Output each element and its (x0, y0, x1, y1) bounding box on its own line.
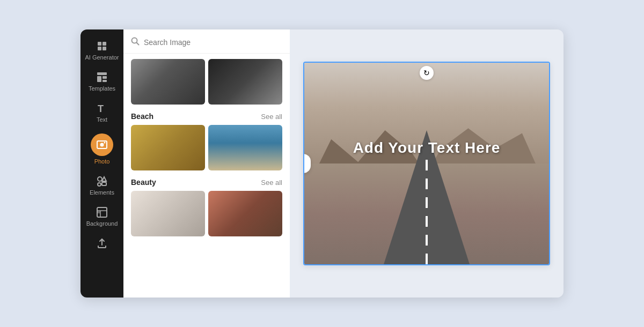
canvas-panel[interactable]: Add Your Text Here ↻ ‹ (303, 62, 550, 265)
see-all-beauty[interactable]: See all (261, 179, 282, 187)
svg-line-21 (137, 43, 139, 45)
section-title-beauty: Beauty (131, 178, 156, 187)
section-title-beach: Beach (131, 112, 153, 121)
sidebar-item-elements[interactable]: Elements (83, 170, 121, 201)
background-icon (96, 206, 108, 218)
sidebar-item-background[interactable]: Background (83, 201, 121, 232)
sidebar-item-label: Templates (89, 85, 115, 92)
svg-point-15 (98, 183, 101, 186)
text-icon: T (96, 102, 108, 114)
svg-rect-1 (103, 42, 106, 46)
photo-icon-circle (91, 133, 113, 156)
see-all-beach[interactable]: See all (261, 113, 282, 121)
svg-rect-7 (103, 80, 107, 82)
search-input[interactable] (144, 38, 282, 47)
svg-rect-6 (103, 76, 107, 79)
sidebar-item-label: Photo (94, 158, 110, 165)
sidebar: AI Generator Templates T Text (80, 29, 123, 298)
road-scene (304, 63, 549, 264)
search-bar (123, 29, 290, 54)
sidebar-item-photo[interactable]: Photo (83, 128, 121, 170)
upload-icon (96, 237, 108, 249)
panel-scroll: Beach See all Beauty See all (123, 54, 290, 298)
photo-thumb-beach-blue[interactable] (208, 125, 282, 170)
road-center-line (426, 157, 428, 264)
rotate-handle[interactable]: ↻ (420, 66, 434, 80)
sidebar-item-upload[interactable] (83, 232, 121, 255)
sidebar-item-label: Text (97, 116, 107, 123)
photo-thumb-beach-sand[interactable] (131, 125, 205, 170)
photo-thumb-flower[interactable] (131, 191, 205, 236)
rotate-icon: ↻ (423, 69, 430, 77)
photo-grid-love (131, 59, 282, 105)
search-icon (131, 37, 140, 48)
section-header-beauty: Beauty See all (131, 178, 282, 187)
sidebar-item-label: Background (86, 220, 118, 227)
photo-panel: Beach See all Beauty See all (123, 29, 290, 298)
svg-rect-2 (98, 47, 101, 50)
section-header-beach: Beach See all (131, 112, 282, 121)
sidebar-item-templates[interactable]: Templates (83, 66, 121, 97)
photo-thumb-pink-dress[interactable] (208, 191, 282, 236)
photo-thumb-holding-hands[interactable] (208, 59, 282, 105)
svg-rect-0 (98, 42, 101, 46)
ai-generator-icon (96, 40, 108, 52)
canvas-area: Add Your Text Here ↻ ‹ (290, 29, 564, 298)
photo-thumb-elderly-couple[interactable] (131, 59, 205, 105)
sidebar-item-ai-generator[interactable]: AI Generator (83, 35, 121, 66)
collapse-icon: ‹ (303, 160, 304, 167)
sidebar-item-label: Elements (90, 189, 114, 196)
svg-rect-5 (97, 76, 101, 82)
svg-text:T: T (98, 103, 104, 114)
photo-grid-beach (131, 125, 282, 170)
svg-point-10 (100, 143, 104, 147)
svg-point-12 (98, 177, 102, 181)
svg-marker-13 (102, 177, 106, 181)
sidebar-item-text[interactable]: T Text (83, 97, 121, 128)
sidebar-item-label: AI Generator (85, 54, 119, 61)
svg-rect-3 (103, 47, 106, 50)
svg-rect-19 (98, 211, 100, 213)
app-container: AI Generator Templates T Text (80, 29, 564, 298)
svg-rect-4 (97, 72, 107, 75)
templates-icon (96, 71, 108, 83)
photo-grid-beauty (131, 191, 282, 236)
elements-icon (96, 175, 108, 187)
svg-rect-14 (102, 182, 106, 185)
svg-point-11 (104, 142, 106, 144)
